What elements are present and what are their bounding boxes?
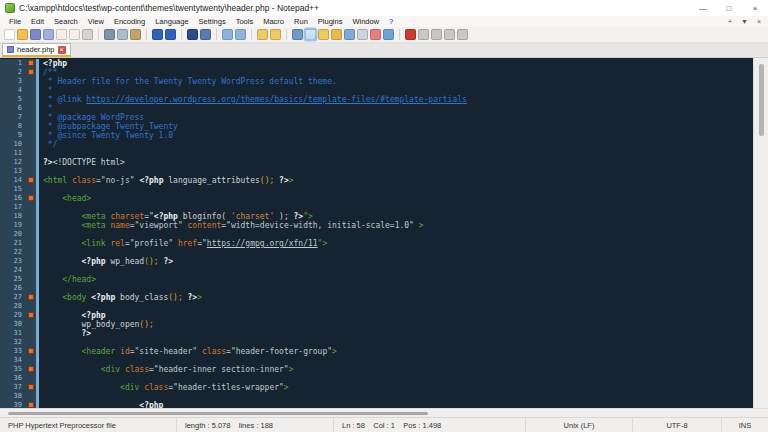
code-text[interactable] [39, 374, 753, 383]
menu-help[interactable]: ? [384, 17, 398, 26]
code-text[interactable] [39, 338, 753, 347]
close-file-icon[interactable] [56, 29, 67, 40]
code-text[interactable]: </head> [39, 275, 753, 284]
code-text[interactable] [39, 284, 753, 293]
code-text[interactable]: * [39, 86, 753, 95]
zoom-in-icon[interactable] [222, 29, 233, 40]
code-text[interactable]: <body <?php body_class(); ?>> [39, 293, 753, 302]
code-text[interactable] [39, 185, 753, 194]
close-window-button[interactable]: × [742, 0, 768, 16]
fold-marker-icon[interactable] [28, 60, 34, 66]
fold-marker-icon[interactable] [28, 195, 34, 201]
status-insert-mode[interactable]: INS [722, 418, 768, 432]
code-text[interactable]: * Header file for the Twenty Twenty Word… [39, 77, 753, 86]
code-text[interactable] [39, 248, 753, 257]
close-tab-button[interactable]: × [757, 18, 761, 25]
code-text[interactable]: <?php [39, 401, 753, 408]
code-text[interactable]: <link rel="profile" href="https://gmpg.o… [39, 239, 753, 248]
menu-search[interactable]: Search [49, 17, 83, 26]
tab-close-icon[interactable]: × [58, 46, 66, 54]
code-text[interactable] [39, 149, 753, 158]
find-replace-icon[interactable] [200, 29, 211, 40]
close-all-icon[interactable] [69, 29, 80, 40]
status-encoding[interactable]: UTF-8 [633, 418, 722, 432]
menu-language[interactable]: Language [150, 17, 193, 26]
code-text[interactable]: * @link https://developer.wordpress.org/… [39, 95, 753, 104]
code-text[interactable] [39, 167, 753, 176]
code-text[interactable]: <head> [39, 194, 753, 203]
sync-vertical-scrolling-icon[interactable] [257, 29, 268, 40]
code-text[interactable]: <meta charset="<?php bloginfo( 'charset'… [39, 212, 753, 221]
fold-marker-icon[interactable] [28, 366, 34, 372]
new-tab-button[interactable]: + [728, 18, 732, 25]
code-text[interactable]: <div class="header-inner section-inner"> [39, 365, 753, 374]
open-file-icon[interactable] [17, 29, 28, 40]
sync-horizontal-scrolling-icon[interactable] [270, 29, 281, 40]
new-file-icon[interactable] [4, 29, 15, 40]
function-list-icon[interactable] [331, 29, 342, 40]
fold-marker-icon[interactable] [28, 384, 34, 390]
document-list-icon[interactable] [357, 29, 368, 40]
code-text[interactable]: ?> [39, 329, 753, 338]
menu-file[interactable]: File [4, 17, 26, 26]
menu-edit[interactable]: Edit [26, 17, 49, 26]
save-all-icon[interactable] [43, 29, 54, 40]
show-indent-guide-icon[interactable] [318, 29, 329, 40]
tab-list-chevron-icon[interactable]: ▼ [741, 18, 748, 25]
horizontal-scrollbar[interactable] [0, 408, 768, 417]
code-text[interactable]: * @package WordPress [39, 113, 753, 122]
zoom-out-icon[interactable] [235, 29, 246, 40]
macro-playback-icon[interactable] [431, 29, 442, 40]
save-file-icon[interactable] [30, 29, 41, 40]
fold-marker-icon[interactable] [28, 69, 34, 75]
menu-window[interactable]: Window [347, 17, 384, 26]
code-text[interactable]: ?><!DOCTYPE html> [39, 158, 753, 167]
code-text[interactable]: * [39, 104, 753, 113]
code-text[interactable]: <?php wp_head(); ?> [39, 257, 753, 266]
fold-marker-icon[interactable] [28, 348, 34, 354]
menu-macro[interactable]: Macro [258, 17, 289, 26]
menu-run[interactable]: Run [289, 17, 313, 26]
code-editor[interactable]: 1<?php2/**3 * Header file for the Twenty… [0, 58, 768, 408]
code-text[interactable]: <meta name="viewport" content="width=dev… [39, 221, 753, 230]
code-text[interactable] [39, 302, 753, 311]
code-text[interactable]: * @since Twenty Twenty 1.0 [39, 131, 753, 140]
code-text[interactable]: wp_body_open(); [39, 320, 753, 329]
code-text[interactable]: * @subpackage Twenty_Twenty [39, 122, 753, 131]
word-wrap-icon[interactable] [292, 29, 303, 40]
file-monitoring-icon[interactable] [383, 29, 394, 40]
code-text[interactable] [39, 356, 753, 365]
fold-marker-icon[interactable] [28, 294, 34, 300]
paste-icon[interactable] [130, 29, 141, 40]
code-text[interactable] [39, 392, 753, 401]
folder-as-workspace-icon[interactable] [370, 29, 381, 40]
horizontal-scrollbar-thumb[interactable] [8, 412, 428, 415]
document-map-icon[interactable] [344, 29, 355, 40]
vertical-scrollbar[interactable] [753, 58, 768, 408]
code-text[interactable] [39, 203, 753, 212]
menu-view[interactable]: View [83, 17, 109, 26]
vertical-scrollbar-thumb[interactable] [759, 64, 764, 136]
find-icon[interactable] [187, 29, 198, 40]
tab-header-php[interactable]: header.php × [2, 43, 71, 57]
menu-tools[interactable]: Tools [231, 17, 259, 26]
maximize-button[interactable]: □ [716, 0, 742, 16]
code-text[interactable]: /** [39, 68, 753, 77]
cut-icon[interactable] [104, 29, 115, 40]
status-eol-format[interactable]: Unix (LF) [526, 418, 633, 432]
macro-record-icon[interactable] [405, 29, 416, 40]
show-all-characters-icon[interactable] [305, 29, 316, 40]
redo-icon[interactable] [165, 29, 176, 40]
menu-plugins[interactable]: Plugins [313, 17, 348, 26]
macro-save-icon[interactable] [457, 29, 468, 40]
code-text[interactable]: <?php [39, 311, 753, 320]
menu-settings[interactable]: Settings [194, 17, 231, 26]
fold-marker-icon[interactable] [28, 312, 34, 318]
undo-icon[interactable] [152, 29, 163, 40]
code-text[interactable]: <header id="site-header" class="header-f… [39, 347, 753, 356]
code-text[interactable]: <html class="no-js" <?php language_attri… [39, 176, 753, 185]
macro-stop-icon[interactable] [418, 29, 429, 40]
menu-encoding[interactable]: Encoding [109, 17, 150, 26]
copy-icon[interactable] [117, 29, 128, 40]
minimize-button[interactable]: — [690, 0, 716, 16]
